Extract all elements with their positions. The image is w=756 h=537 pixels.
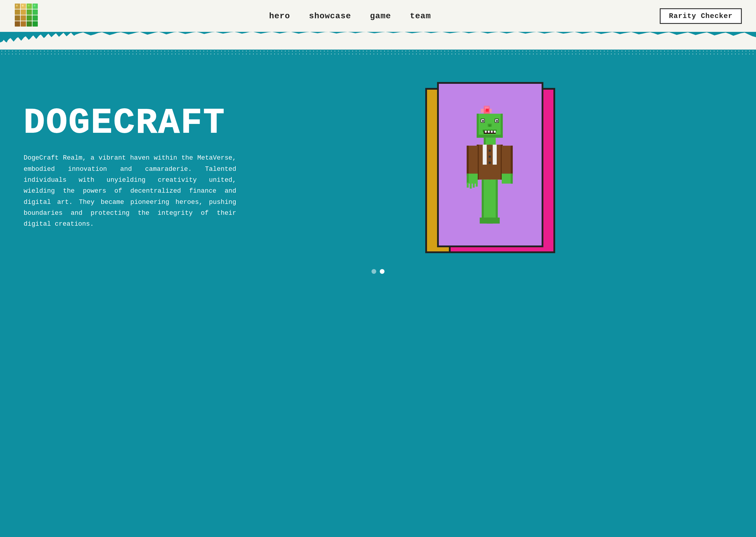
svg-rect-19 <box>34 5 35 7</box>
hero-section: DOGECRAFT DogeCraft Realm, a vibrant hav… <box>0 56 756 280</box>
pixel-grass-border <box>0 32 756 56</box>
svg-rect-11 <box>32 15 38 21</box>
svg-rect-43 <box>494 131 496 133</box>
svg-rect-17 <box>22 5 23 7</box>
nav-links: hero showcase game team <box>269 12 431 21</box>
svg-rect-28 <box>501 114 503 138</box>
nft-character-svg <box>458 100 523 229</box>
svg-rect-53 <box>489 149 491 152</box>
pagination-dot-2[interactable] <box>380 269 384 274</box>
svg-rect-4 <box>15 10 20 15</box>
svg-rect-27 <box>477 114 479 138</box>
svg-rect-35 <box>496 120 498 122</box>
hero-description: DogeCraft Realm, a vibrant haven within … <box>23 152 236 230</box>
hero-title: DOGECRAFT <box>23 105 248 141</box>
svg-rect-13 <box>21 21 26 26</box>
svg-rect-40 <box>485 131 487 133</box>
svg-rect-7 <box>32 10 38 15</box>
svg-rect-10 <box>26 15 32 21</box>
nav-link-team[interactable]: team <box>410 12 431 21</box>
svg-rect-60 <box>467 183 469 188</box>
navbar: hero showcase game team Rarity Checker <box>0 0 756 32</box>
logo[interactable] <box>14 3 40 29</box>
svg-rect-29 <box>477 135 503 138</box>
svg-rect-55 <box>489 162 491 164</box>
hero-left: DOGECRAFT DogeCraft Realm, a vibrant hav… <box>23 105 248 230</box>
logo-icon <box>14 3 40 29</box>
pagination-dots <box>372 269 384 274</box>
pagination-dot-1[interactable] <box>372 269 376 274</box>
svg-rect-14 <box>26 21 32 26</box>
svg-rect-62 <box>473 183 475 188</box>
nav-link-hero[interactable]: hero <box>269 12 290 21</box>
svg-rect-69 <box>482 180 484 220</box>
svg-rect-34 <box>482 120 484 122</box>
card-main[interactable] <box>437 82 543 247</box>
svg-rect-5 <box>21 10 26 15</box>
svg-rect-16 <box>16 5 18 7</box>
hero-right <box>248 82 733 253</box>
svg-rect-42 <box>491 131 493 133</box>
svg-rect-25 <box>486 108 489 111</box>
nav-link-showcase[interactable]: showcase <box>309 12 351 21</box>
svg-rect-57 <box>467 146 469 176</box>
svg-rect-59 <box>467 174 469 184</box>
svg-rect-71 <box>496 180 498 220</box>
svg-rect-8 <box>15 15 20 21</box>
rarity-checker-button[interactable]: Rarity Checker <box>660 8 742 24</box>
svg-rect-41 <box>488 131 490 133</box>
svg-rect-12 <box>15 21 20 26</box>
nft-card-stack <box>434 82 546 253</box>
svg-rect-18 <box>28 5 29 7</box>
pixel-dots <box>0 44 756 56</box>
svg-rect-6 <box>26 10 32 15</box>
svg-rect-49 <box>483 145 487 165</box>
svg-rect-73 <box>487 218 500 223</box>
svg-rect-54 <box>489 156 491 158</box>
svg-rect-67 <box>511 174 513 184</box>
svg-rect-61 <box>470 183 472 188</box>
svg-rect-15 <box>32 21 38 26</box>
svg-rect-9 <box>21 15 26 21</box>
svg-rect-45 <box>484 138 486 145</box>
svg-rect-65 <box>511 146 513 176</box>
svg-rect-63 <box>476 183 478 187</box>
svg-rect-37 <box>489 125 491 127</box>
nav-link-game[interactable]: game <box>370 12 391 21</box>
svg-rect-50 <box>493 145 497 165</box>
